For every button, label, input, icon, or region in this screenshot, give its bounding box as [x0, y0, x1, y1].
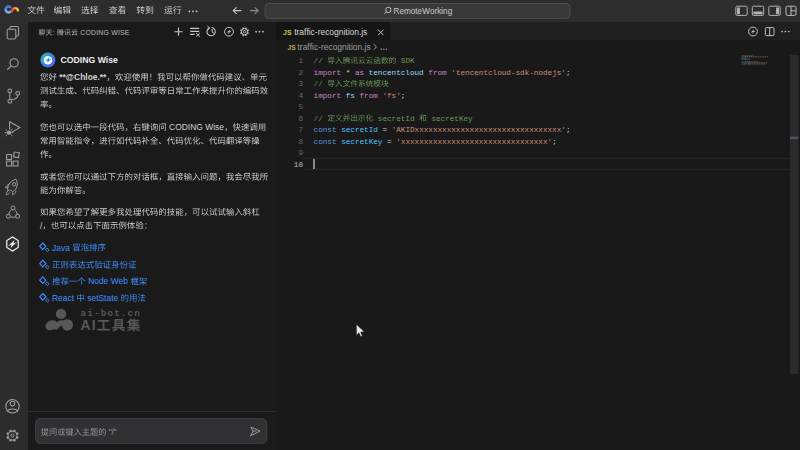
svg-text:SDK: SDK — [401, 57, 415, 65]
svg-text:CODING Wise: CODING Wise — [169, 122, 224, 132]
svg-text:as: as — [355, 69, 364, 77]
svg-text:from: from — [360, 92, 379, 100]
svg-text:Node Web: Node Web — [88, 276, 128, 286]
svg-text:8: 8 — [298, 138, 303, 146]
svg-text:const: const — [314, 138, 337, 146]
svg-text:=: = — [382, 126, 387, 134]
svg-text:;: ; — [566, 69, 571, 77]
svg-text:'tencentcloud-sdk-nodejs': 'tencentcloud-sdk-nodejs' — [451, 69, 566, 77]
svg-text:import: import — [314, 69, 342, 77]
svg-text:Java: Java — [52, 243, 70, 253]
svg-text:JS: JS — [288, 44, 297, 51]
svg-text:import: import — [314, 92, 342, 100]
svg-text:'xxxxxxxxxxxxxxxxxxxxxxxxxxxxx: 'xxxxxxxxxxxxxxxxxxxxxxxxxxxxxxxx' — [396, 138, 552, 146]
svg-text:3: 3 — [298, 80, 303, 88]
svg-text:"/": "/" — [109, 428, 117, 437]
svg-text:;: ; — [566, 126, 571, 134]
svg-text:=: = — [387, 138, 392, 146]
svg-text:tencentcloud: tencentcloud — [369, 69, 424, 77]
svg-text:React: React — [52, 293, 75, 303]
svg-text:CODING Wise: CODING Wise — [61, 55, 119, 65]
svg-text:setState: setState — [87, 293, 118, 303]
svg-text:6: 6 — [298, 115, 303, 123]
svg-text:5: 5 — [298, 103, 303, 111]
svg-text:9: 9 — [298, 149, 303, 157]
svg-text::: : — [53, 29, 55, 36]
svg-text:*: * — [346, 69, 351, 77]
svg-text:1: 1 — [298, 57, 303, 65]
svg-text:10: 10 — [294, 161, 304, 169]
svg-text:AI: AI — [81, 318, 97, 333]
svg-text:traffic-recognition.js: traffic-recognition.js — [298, 42, 371, 52]
svg-text:2: 2 — [298, 69, 303, 77]
svg-text://: // — [314, 115, 324, 123]
svg-text:'AKIDxxxxxxxxxxxxxxxxxxxxxxxxx: 'AKIDxxxxxxxxxxxxxxxxxxxxxxxxxxxxxxxx' — [392, 126, 566, 134]
svg-text:'fs': 'fs' — [382, 92, 400, 100]
svg-text:secretId: secretId — [378, 115, 415, 123]
svg-text:7: 7 — [298, 126, 303, 134]
svg-text:CODING WISE: CODING WISE — [80, 29, 129, 36]
svg-text:traffic-recognition.js: traffic-recognition.js — [294, 27, 367, 37]
svg-text:secretKey: secretKey — [341, 138, 383, 146]
svg-text:fs: fs — [346, 92, 355, 100]
svg-text:4: 4 — [298, 92, 303, 100]
svg-text:JS: JS — [283, 29, 292, 36]
svg-text:from: from — [428, 69, 447, 77]
svg-text:;: ; — [552, 138, 557, 146]
svg-text://: // — [314, 57, 324, 65]
svg-text://: // — [314, 80, 324, 88]
svg-text:RemoteWorking: RemoteWorking — [394, 7, 453, 16]
svg-text:**@Chloe.**: **@Chloe.** — [59, 72, 107, 82]
svg-text:secretKey: secretKey — [431, 115, 473, 123]
svg-text:;: ; — [401, 92, 406, 100]
svg-text:const: const — [314, 126, 337, 134]
svg-text:secretId: secretId — [341, 126, 378, 134]
